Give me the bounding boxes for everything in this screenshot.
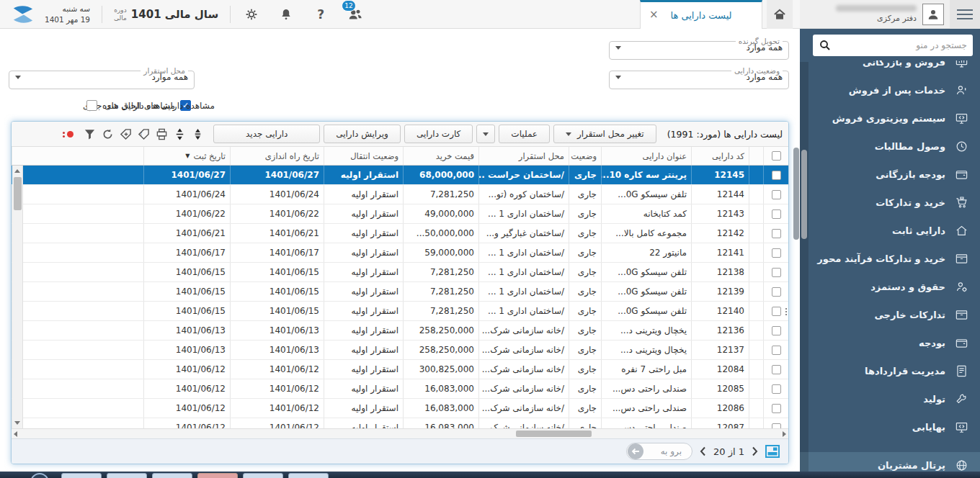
operations-button[interactable]: عملیات [499, 125, 550, 143]
table-row[interactable]: 12143 کمد کتابخانه جاری /ساختمان اداری 1… [12, 204, 788, 224]
table-row[interactable]: 12136 یخچال ویترینی د... جاری /خانه سازم… [12, 321, 788, 341]
show-attached-checkbox[interactable]: مشاهده دارایی های الحاق شده [86, 100, 215, 111]
row-checkbox[interactable] [772, 384, 781, 394]
table-row[interactable]: 12144 تلفن سیسکو 0G... جاری /ساختمان کور… [12, 185, 788, 204]
new-asset-button[interactable]: دارایی جدید [213, 125, 320, 143]
table-row[interactable]: 12086 صندلی راحتی دس... جاری /خانه سازما… [12, 399, 788, 418]
tag-question-icon[interactable]: ؟ [137, 127, 150, 140]
taskbar-button[interactable] [107, 473, 147, 478]
table-row[interactable]: 12141 مانیتور 22 جاری /ساختمان اداری 1 .… [12, 243, 788, 263]
card-view-icon[interactable] [765, 445, 780, 458]
change-location-button[interactable]: تغییر محل استقرار [553, 125, 656, 143]
sidebar-item[interactable]: تدارکات خارجی [800, 301, 980, 329]
sidebar-item[interactable]: تولید [800, 385, 980, 413]
sidebar-item[interactable]: مدیریت قراردادها [800, 357, 980, 385]
table-row[interactable]: 12085 صندلی راحتی دس... جاری /خانه سازما… [12, 379, 788, 399]
row-checkbox[interactable] [772, 307, 781, 316]
menu-search[interactable] [813, 35, 973, 56]
sidebar-item[interactable]: خرید و تدارکات فرآیند محور [800, 245, 980, 273]
checkbox-unchecked-icon[interactable] [86, 100, 97, 111]
row-checkbox[interactable] [772, 423, 781, 429]
header-launch[interactable]: تاریخ راه اندازی [230, 147, 324, 165]
filter-icon[interactable] [83, 127, 96, 140]
taskbar-button[interactable] [61, 473, 102, 478]
table-row[interactable]: 12138 تلفن سیسکو 0G... جاری /ساختمان ادا… [12, 263, 788, 282]
users-button[interactable]: 12 [346, 5, 365, 24]
sidebar-scrollbar-thumb[interactable] [801, 150, 807, 239]
settings-button[interactable] [242, 5, 261, 24]
page-scrollbar-thumb[interactable] [793, 148, 799, 240]
operations-dropdown-button[interactable] [476, 125, 495, 143]
table-row[interactable]: 12139 تلفن سیسکو 0G... جاری /ساختمان ادا… [12, 282, 788, 302]
print-icon[interactable] [155, 127, 168, 140]
row-checkbox[interactable] [772, 326, 781, 335]
sidebar-item[interactable]: بودجه [800, 329, 980, 357]
sidebar-item[interactable]: حقوق و دستمزد [800, 273, 980, 301]
header-transfer[interactable]: وضعیت انتقال [324, 147, 403, 165]
row-checkbox[interactable] [772, 209, 781, 219]
header-location[interactable]: محل استقرار [478, 147, 569, 165]
drag-handle-icon[interactable] [785, 308, 787, 310]
sidebar-item[interactable]: فروش و بازرگانی [800, 60, 980, 76]
scroll-down-icon[interactable] [14, 421, 20, 425]
taskbar-button[interactable] [152, 473, 192, 478]
sidebar-item[interactable]: بودجه بازرگانی [800, 161, 980, 189]
row-checkbox[interactable] [772, 365, 781, 374]
expand-rows-icon[interactable] [173, 127, 186, 140]
tab-close-icon[interactable]: × [649, 9, 659, 20]
select-all-checkbox[interactable] [772, 151, 781, 161]
sidebar-item[interactable]: خدمات پس از فروش [800, 76, 980, 104]
sidebar-item[interactable]: خرید و تدارکات [800, 189, 980, 217]
horizontal-scroll-thumb[interactable] [516, 430, 592, 437]
taskbar-button[interactable] [197, 473, 238, 478]
taskbar-start-button[interactable] [30, 473, 49, 478]
taskbar-button[interactable] [243, 473, 283, 478]
tab-asset-list[interactable]: لیست دارایی ها × [640, 0, 762, 29]
row-checkbox[interactable] [772, 171, 781, 180]
table-row[interactable]: 12137 یخچال ویترینی د... جاری /خانه سازم… [12, 341, 788, 360]
row-checkbox[interactable] [772, 229, 781, 238]
next-page-button[interactable] [752, 446, 758, 456]
scroll-up-icon[interactable] [14, 169, 20, 173]
table-row[interactable]: 12087 صندلی راحتی دس... جاری /خانه سازما… [12, 418, 788, 428]
scroll-right-icon[interactable] [783, 431, 786, 437]
row-checkbox[interactable] [772, 346, 781, 355]
table-row[interactable]: 12084 مبل راحتی 7 نفره جاری /خانه سازمان… [12, 360, 788, 379]
fiscal-year[interactable]: سال مالی 1401 دوره مالی [114, 6, 218, 22]
edit-asset-button[interactable]: ویرایش دارایی [324, 125, 401, 143]
asset-status-dropdown[interactable]: وضعیت دارایی همه موارد [609, 66, 789, 89]
scroll-left-icon[interactable] [14, 431, 17, 437]
header-code[interactable]: کد دارایی [691, 147, 749, 165]
home-button[interactable] [767, 0, 793, 29]
header-title[interactable]: عنوان دارایی [601, 147, 691, 165]
fit-rows-icon[interactable] [191, 127, 204, 140]
tag-add-icon[interactable] [119, 127, 132, 140]
sidebar-scrollbar[interactable] [800, 62, 808, 478]
location-dropdown[interactable]: محل استقرار همه موارد [9, 66, 195, 89]
row-checkbox[interactable] [772, 268, 781, 277]
row-checkbox[interactable] [772, 190, 781, 199]
row-checkbox[interactable] [772, 287, 781, 297]
row-checkbox[interactable] [772, 248, 781, 258]
record-indicator-icon[interactable] [65, 127, 78, 140]
table-row[interactable]: 12145 پرینتر سه کاره 10... جاری /ساختمان… [12, 166, 788, 185]
header-registered[interactable]: تاریخ ثبت▼ [143, 147, 230, 165]
prev-page-button[interactable] [700, 446, 706, 456]
sidebar-item[interactable]: دارایی ثابت [800, 217, 980, 245]
header-price[interactable]: قیمت خرید [403, 147, 478, 165]
sidebar-item[interactable]: بهایابی [800, 413, 980, 441]
table-row[interactable]: 12140 تلفن سیسکو 0G... جاری /ساختمان ادا… [12, 302, 788, 321]
row-checkbox[interactable] [772, 404, 781, 413]
header-status[interactable]: وضعیت [569, 147, 601, 165]
receiver-dropdown[interactable]: تحویل گیرنده همه موارد [609, 37, 789, 60]
menu-search-input[interactable] [832, 40, 967, 50]
refresh-icon[interactable] [101, 127, 114, 140]
notifications-button[interactable] [277, 5, 295, 24]
asset-card-button[interactable]: کارت دارایی [404, 125, 473, 143]
help-button[interactable]: ? [311, 5, 330, 24]
goto-page-control[interactable]: برو به [626, 443, 692, 460]
goto-button[interactable] [628, 443, 643, 459]
hamburger-menu-icon[interactable] [950, 0, 980, 29]
user-avatar[interactable] [922, 4, 944, 25]
sidebar-item[interactable]: وصول مطالبات [800, 132, 980, 161]
